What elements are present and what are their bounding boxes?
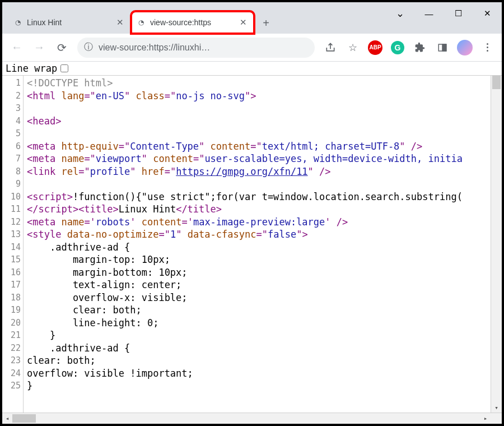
scrollbar-thumb[interactable] (12, 414, 36, 423)
scroll-down-icon[interactable]: ▾ (491, 402, 502, 413)
horizontal-scrollbar[interactable]: ◂ ▸ (2, 413, 502, 424)
extensions-icon[interactable] (410, 38, 430, 58)
side-panel-icon[interactable] (432, 38, 452, 58)
favicon-icon: ◔ (13, 18, 22, 27)
close-icon[interactable]: ✕ (115, 18, 124, 27)
favicon-icon: ◔ (137, 18, 146, 27)
minimize-button[interactable]: — (414, 2, 444, 25)
browser-window: ◔ Linux Hint ✕ ◔ view-source:https ✕ + ⌄… (0, 0, 504, 426)
back-button[interactable]: ← (7, 38, 27, 58)
scroll-left-icon[interactable]: ◂ (2, 415, 12, 422)
close-icon[interactable]: ✕ (239, 18, 248, 27)
forward-button[interactable]: → (29, 38, 49, 58)
bookmark-icon[interactable]: ☆ (343, 38, 363, 58)
toolbar: ← → ⟳ ⓘ view-source:https://linuxhi… ☆ A… (2, 34, 502, 62)
svg-rect-1 (442, 44, 446, 51)
source-view: 1234567891011121314151617181920212223242… (2, 75, 502, 413)
tab-linux-hint[interactable]: ◔ Linux Hint ✕ (8, 11, 131, 34)
scrollbar-track[interactable] (12, 413, 480, 424)
window-controls: ⌄ — ☐ ✕ (385, 2, 502, 34)
reload-button[interactable]: ⟳ (52, 38, 72, 58)
address-bar[interactable]: ⓘ view-source:https://linuxhi… (77, 38, 315, 58)
vertical-scrollbar[interactable]: ▾ (491, 76, 502, 413)
scrollbar-thumb[interactable] (492, 76, 501, 89)
line-wrap-label: Line wrap (6, 63, 57, 74)
share-icon[interactable] (320, 38, 340, 58)
grammarly-extension-icon[interactable]: G (388, 38, 408, 58)
site-info-icon[interactable]: ⓘ (84, 41, 93, 53)
line-wrap-checkbox[interactable] (60, 64, 68, 72)
window-close-button[interactable]: ✕ (473, 2, 502, 25)
adblock-extension-icon[interactable]: ABP (365, 38, 385, 58)
tab-title: Linux Hint (27, 18, 111, 27)
scrollbar-corner (491, 413, 502, 424)
line-wrap-control: Line wrap (2, 62, 502, 75)
scroll-right-icon[interactable]: ▸ (480, 415, 491, 422)
tab-search-button[interactable]: ⌄ (385, 2, 414, 25)
source-code[interactable]: <!DOCTYPE html> <html lang="en-US" class… (24, 76, 491, 413)
tab-view-source[interactable]: ◔ view-source:https ✕ (131, 11, 254, 34)
line-number-gutter: 1234567891011121314151617181920212223242… (2, 76, 24, 413)
profile-avatar[interactable] (455, 38, 475, 58)
tab-strip: ◔ Linux Hint ✕ ◔ view-source:https ✕ + (2, 11, 274, 34)
maximize-button[interactable]: ☐ (444, 2, 473, 25)
new-tab-button[interactable]: + (258, 15, 274, 31)
tab-title: view-source:https (150, 18, 234, 27)
page-content: Line wrap 123456789101112131415161718192… (2, 62, 502, 424)
url-text: view-source:https://linuxhi… (99, 43, 308, 53)
menu-button[interactable] (477, 38, 497, 58)
titlebar: ◔ Linux Hint ✕ ◔ view-source:https ✕ + ⌄… (2, 2, 502, 34)
